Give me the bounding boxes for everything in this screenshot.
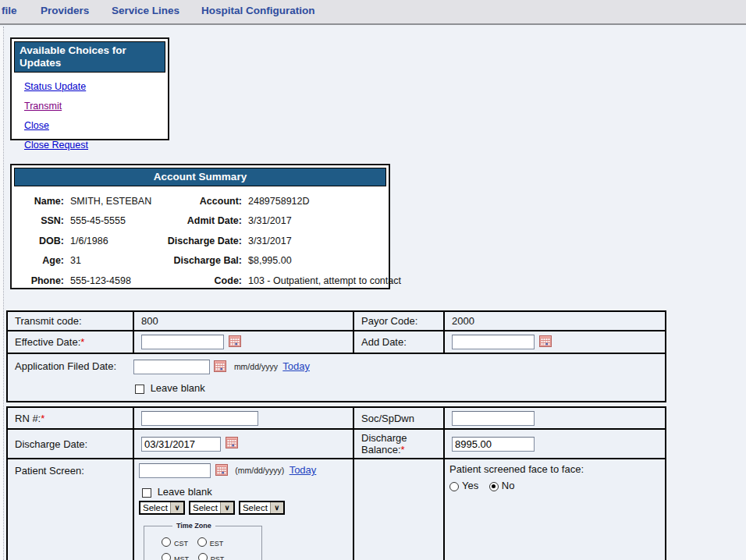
frame-gutter <box>0 27 4 560</box>
application-filed-date-input[interactable] <box>133 360 210 374</box>
today-link[interactable]: Today <box>290 464 317 476</box>
effective-date-label-cell: Effective Date:* <box>7 331 133 353</box>
account-summary-grid: Name: SMITH, ESTEBAN Account: 2489758912… <box>14 186 386 291</box>
discharge-date-label: Discharge Date: <box>7 429 133 459</box>
link-transmit[interactable]: Transmit <box>24 101 62 112</box>
payor-code-label: Payor Code: <box>353 311 444 331</box>
discharge-balance-input[interactable] <box>452 437 535 452</box>
discharge-bal-label: Discharge Bal: <box>148 251 242 271</box>
top-navbar: file Providers Service Lines Hospital Co… <box>0 0 746 25</box>
rn-label-cell: RN #:* <box>7 407 133 429</box>
table-row: Patient Screen: (mm/dd/yyyy) Today Leave… <box>7 459 666 560</box>
pst-label: PST <box>211 555 225 560</box>
no-label: No <box>502 480 515 491</box>
required-mark: * <box>41 413 44 424</box>
calendar-icon[interactable] <box>214 360 226 374</box>
code-label: Code: <box>148 271 242 291</box>
yes-label: Yes <box>462 480 478 491</box>
phone-label: Phone: <box>21 271 64 291</box>
radio-yes[interactable] <box>449 482 459 491</box>
leave-blank-checkbox[interactable] <box>135 385 144 394</box>
name-value: SMITH, ESTEBAN <box>70 192 142 211</box>
required-mark: * <box>80 336 84 348</box>
patient-screen-date-input[interactable] <box>139 463 211 478</box>
face-to-face-label: Patient screened face to face: <box>449 463 660 475</box>
rn-input[interactable] <box>141 411 258 426</box>
discharge-date-cell <box>133 429 353 459</box>
radio-est[interactable] <box>197 537 207 547</box>
table-row: RN #:* Soc/SpDwn <box>7 407 666 429</box>
ssn-label: SSN: <box>21 211 64 231</box>
code-value: 103 - Outpatient, attempt to contact <box>248 271 401 291</box>
required-mark: * <box>401 444 405 455</box>
discharge-balance-cell <box>444 429 666 459</box>
empty-cell <box>353 459 444 560</box>
mst-label: MST <box>174 555 189 560</box>
discharge-balance-label-cell: Discharge Balance:* <box>353 429 444 459</box>
age-label: Age: <box>21 251 64 271</box>
date-format-hint: mm/dd/yyyy <box>234 362 278 371</box>
date-format-hint: (mm/dd/yyyy) <box>235 466 284 475</box>
leave-blank-label: Leave blank <box>151 382 205 394</box>
application-filed-label: Application Filed Date: <box>15 360 130 372</box>
effective-date-cell <box>133 331 353 353</box>
patient-screen-label: Patient Screen: <box>7 459 133 560</box>
link-close[interactable]: Close <box>24 120 49 131</box>
nav-item-service-lines[interactable]: Service Lines <box>112 5 179 16</box>
account-label: Account: <box>148 192 242 211</box>
account-value: 2489758912D <box>248 192 401 211</box>
add-date-cell <box>444 331 666 353</box>
calendar-icon[interactable] <box>229 335 241 349</box>
application-filed-cell: Application Filed Date: mm/dd/yyyy Today… <box>7 353 666 402</box>
available-choices-panel: Available Choices for Updates Status Upd… <box>10 37 169 140</box>
leave-blank-checkbox[interactable] <box>142 488 151 498</box>
patient-screen-select-3[interactable]: Select ∨ <box>239 501 285 515</box>
add-date-input[interactable] <box>452 335 535 349</box>
patient-form-table: RN #:* Soc/SpDwn Discharge Date: Dischar… <box>6 406 666 560</box>
transmit-form-table: Transmit code: 800 Payor Code: 2000 Effe… <box>6 310 666 402</box>
table-row: Transmit code: 800 Payor Code: 2000 <box>7 311 666 331</box>
admit-date-label: Admit Date: <box>148 211 242 231</box>
link-status-update[interactable]: Status Update <box>24 81 86 92</box>
cst-label: CST <box>174 540 188 548</box>
screen: file Providers Service Lines Hospital Co… <box>0 0 746 560</box>
select-value: Select <box>190 502 220 513</box>
radio-no[interactable] <box>489 482 499 491</box>
table-row: Discharge Date: Discharge Balance:* <box>7 429 666 459</box>
radio-mst[interactable] <box>162 553 171 560</box>
available-choices-title: Available Choices for Updates <box>14 41 165 73</box>
calendar-icon[interactable] <box>226 437 238 451</box>
nav-item-file[interactable]: file <box>2 5 17 16</box>
admit-date-value: 3/31/2017 <box>248 211 401 231</box>
account-summary-title: Account Summary <box>14 168 386 186</box>
calendar-icon[interactable] <box>215 464 228 478</box>
today-link[interactable]: Today <box>282 360 310 372</box>
discharge-bal-value: $8,995.00 <box>248 251 401 271</box>
effective-date-label: Effective Date: <box>15 336 80 348</box>
patient-screen-select-1[interactable]: Select ∨ <box>139 501 185 515</box>
nav-item-hospital-configuration[interactable]: Hospital Configuration <box>201 5 315 16</box>
link-close-request[interactable]: Close Request <box>24 140 88 151</box>
chevron-down-icon: ∨ <box>170 502 183 513</box>
discharge-date-summary-value: 3/31/2017 <box>248 232 401 251</box>
patient-screen-select-2[interactable]: Select ∨ <box>189 501 235 515</box>
soc-spdwn-label: Soc/SpDwn <box>353 407 444 429</box>
radio-cst[interactable] <box>162 537 171 547</box>
ssn-value: 555-45-5555 <box>70 211 142 231</box>
payor-code-value: 2000 <box>444 311 666 331</box>
patient-screen-cell: (mm/dd/yyyy) Today Leave blank Select ∨ … <box>133 459 353 560</box>
discharge-date-input[interactable] <box>141 437 221 452</box>
radio-pst[interactable] <box>198 553 208 560</box>
rn-label: RN #: <box>15 413 41 424</box>
name-label: Name: <box>21 192 64 211</box>
dob-value: 1/6/1986 <box>70 232 142 251</box>
table-row: Effective Date:* Add Date: <box>7 331 666 353</box>
select-value: Select <box>240 502 270 513</box>
discharge-date-summary-label: Discharge Date: <box>148 232 242 251</box>
soc-spdwn-cell <box>444 407 666 429</box>
effective-date-input[interactable] <box>141 335 224 349</box>
nav-item-providers[interactable]: Providers <box>41 5 89 16</box>
time-zone-fieldset: Time Zone CST EST MST PST <box>144 522 262 560</box>
soc-spdwn-input[interactable] <box>452 411 535 426</box>
calendar-icon[interactable] <box>539 335 552 349</box>
